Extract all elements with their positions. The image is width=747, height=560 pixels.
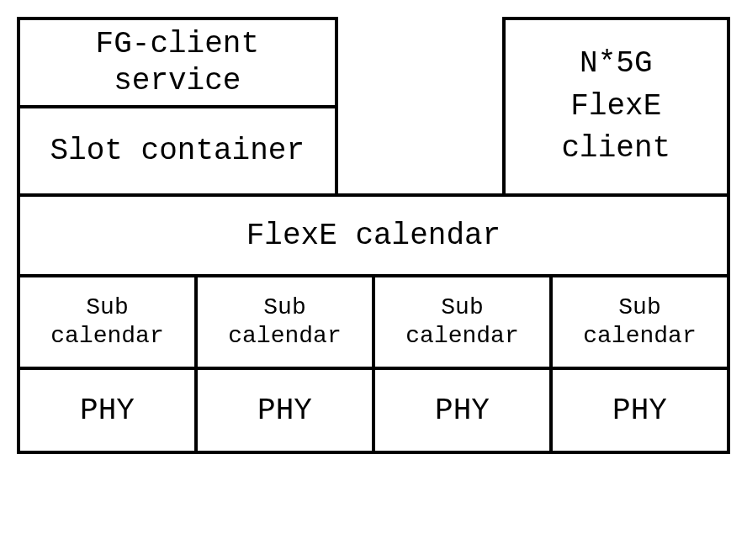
phy-cell: PHY xyxy=(194,370,372,454)
phy-cell: PHY xyxy=(17,370,194,454)
sub-calendar-cell: Sub calendar xyxy=(194,277,372,370)
flexe-calendar-box: FlexE calendar xyxy=(17,193,730,277)
left-stack: FG-client service Slot container xyxy=(17,17,338,193)
sub-calendar-cell: Sub calendar xyxy=(17,277,194,370)
sub-calendar-cell: Sub calendar xyxy=(372,277,549,370)
phy-row: PHY PHY PHY PHY xyxy=(17,370,730,454)
flexe-architecture-diagram: FG-client service Slot container N*5G Fl… xyxy=(17,17,730,454)
phy-cell: PHY xyxy=(372,370,549,454)
sub-calendar-row: Sub calendar Sub calendar Sub calendar S… xyxy=(17,277,730,370)
fg-client-service-box: FG-client service xyxy=(17,17,338,105)
sub-calendar-cell: Sub calendar xyxy=(549,277,730,370)
top-gap xyxy=(338,17,502,193)
n5g-flexe-client-box: N*5G FlexE client xyxy=(502,17,730,193)
phy-cell: PHY xyxy=(549,370,730,454)
top-row: FG-client service Slot container N*5G Fl… xyxy=(17,17,730,193)
slot-container-box: Slot container xyxy=(17,105,338,193)
